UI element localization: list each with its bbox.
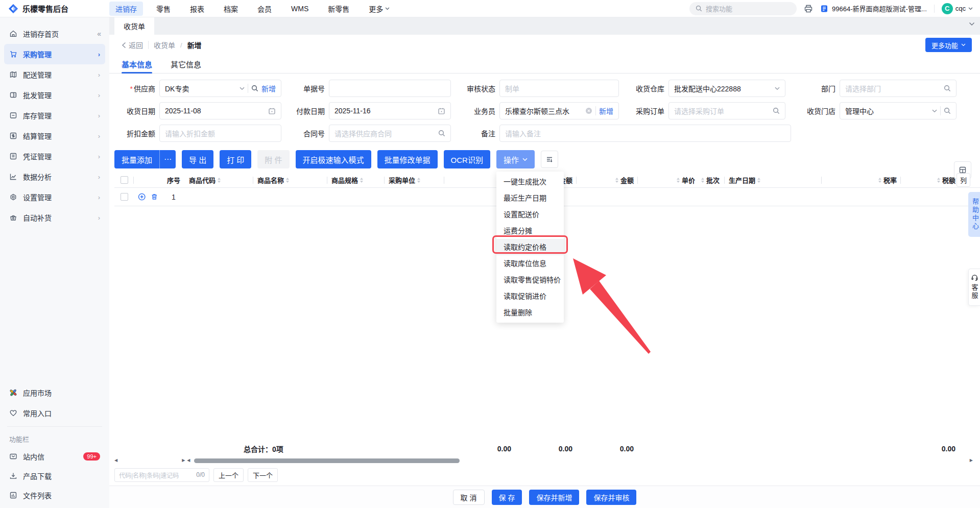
search-icon[interactable] — [773, 107, 780, 114]
top-menu-xinlingshou[interactable]: 新零售 — [322, 2, 355, 16]
menu-item-latest-prod-date[interactable]: 最近生产日期 — [496, 190, 564, 206]
calendar-icon[interactable] — [268, 107, 276, 115]
menu-item-batch-delete[interactable]: 批量删除 — [496, 304, 564, 321]
printer-icon[interactable] — [804, 4, 813, 13]
save-and-new-button[interactable]: 保存并新增 — [529, 490, 579, 505]
search-icon[interactable] — [251, 85, 258, 92]
search-icon[interactable] — [944, 85, 951, 92]
search-icon[interactable] — [438, 130, 445, 137]
batch-add-button[interactable]: 批量添加 ⋯ — [114, 150, 176, 168]
add-row-icon[interactable] — [138, 192, 146, 201]
top-menu-more[interactable]: 更多 — [363, 2, 396, 16]
contract-select[interactable]: 请选择供应商合同 — [329, 125, 451, 142]
sort-settings-button[interactable] — [541, 151, 558, 168]
save-and-audit-button[interactable]: 保存并审核 — [586, 490, 636, 505]
column-settings-tab[interactable]: 列 — [957, 173, 970, 187]
batch-add-more-button[interactable]: ⋯ — [159, 150, 176, 168]
org-switcher[interactable]: 99664-新界面商超版测试-管理... — [820, 4, 927, 13]
breadcrumb-parent[interactable]: 收货单 — [154, 40, 175, 50]
salesman-add-link[interactable]: 新增 — [599, 106, 613, 116]
page-tab-receipt[interactable]: 收货单 — [114, 17, 154, 35]
sort-icon[interactable] — [417, 178, 420, 183]
top-menu-huiyuan[interactable]: 会员 — [251, 2, 278, 16]
scrollbar-track[interactable] — [192, 458, 967, 463]
sidebar-item-files[interactable]: 文件列表 — [4, 486, 105, 505]
row-checkbox[interactable] — [121, 193, 128, 201]
sidebar-item-replenish[interactable]: 自动补货 › — [4, 207, 105, 228]
calendar-icon[interactable] — [438, 107, 445, 115]
tab-other-info[interactable]: 其它信息 — [171, 55, 201, 73]
sort-icon[interactable] — [218, 178, 221, 183]
col-header-tax-amount[interactable]: 税额 — [901, 173, 960, 187]
menu-item-read-agreed-price[interactable]: 读取约定价格 — [496, 239, 564, 255]
next-record-button[interactable]: 下一个 — [248, 468, 278, 482]
salesman-select[interactable]: 乐檬查尔斯顿三点水 新增 — [499, 102, 619, 119]
menu-item-read-bin-info[interactable]: 读取库位信息 — [496, 255, 564, 272]
supplier-select[interactable]: DK专卖 新增 — [159, 80, 281, 97]
top-menu-jinxiaocun[interactable]: 进销存 — [109, 2, 143, 16]
prev-record-button[interactable]: 上一个 — [213, 468, 244, 482]
speed-mode-button[interactable]: 开启极速输入模式 — [296, 150, 371, 168]
scroll-left-icon[interactable]: ◀ — [187, 458, 190, 463]
scrollbar-thumb[interactable] — [194, 458, 460, 463]
sidebar-collapse-icon[interactable]: « — [97, 30, 100, 38]
po-select[interactable]: 请选择采购订单 — [668, 102, 785, 119]
sidebar-item-messages[interactable]: 站内信 99+ — [4, 447, 105, 466]
sidebar-item-inventory[interactable]: 库存管理 › — [4, 105, 105, 126]
sidebar-item-settings[interactable]: 设置管理 › — [4, 187, 105, 207]
dept-select[interactable]: 请选择部门 — [840, 80, 957, 97]
scroll-right-icon[interactable]: ▶ — [182, 458, 185, 463]
supplier-add-link[interactable]: 新增 — [261, 83, 276, 93]
store-select[interactable]: 管理中心 — [840, 102, 957, 119]
sidebar-item-favorites[interactable]: 常用入口 — [4, 403, 105, 423]
sort-icon[interactable] — [360, 178, 363, 183]
global-search-input[interactable]: 搜索功能 — [689, 2, 797, 15]
menu-item-read-promo-cost[interactable]: 读取促销进价 — [496, 288, 564, 304]
sidebar-item-wholesale[interactable]: 批发管理 › — [4, 85, 105, 105]
sort-icon[interactable] — [937, 178, 940, 183]
top-menu-wms[interactable]: WMS — [285, 3, 315, 15]
sort-icon[interactable] — [757, 178, 760, 183]
sidebar-item-home[interactable]: 进销存首页 « — [4, 23, 105, 44]
top-menu-dangan[interactable]: 档案 — [218, 2, 244, 16]
delete-row-icon[interactable] — [151, 192, 158, 201]
warehouse-select[interactable]: 批发配送中心222888 — [668, 80, 785, 97]
col-header-product-code[interactable]: 商品代码 — [185, 173, 253, 187]
sort-icon[interactable] — [615, 178, 618, 183]
sidebar-item-settlement[interactable]: 结算管理 › — [4, 126, 105, 146]
sort-icon[interactable] — [878, 178, 881, 183]
cancel-button[interactable]: 取 消 — [453, 490, 485, 505]
export-button[interactable]: 导 出 — [182, 150, 213, 168]
col-header-price[interactable]: 单价 — [638, 173, 699, 187]
scroll-right-icon[interactable]: ▶ — [970, 458, 973, 463]
sort-icon[interactable] — [286, 178, 289, 183]
select-all-checkbox[interactable] — [121, 176, 128, 184]
top-menu-baobiao[interactable]: 报表 — [184, 2, 210, 16]
operate-button[interactable]: 操作 — [496, 150, 535, 168]
search-icon[interactable] — [944, 107, 951, 114]
sort-icon[interactable] — [677, 178, 680, 183]
back-button[interactable]: 返回 — [122, 40, 143, 50]
print-button[interactable]: 打 印 — [220, 150, 251, 168]
scroll-left-icon[interactable]: ◀ — [114, 458, 117, 463]
more-functions-button[interactable]: 更多功能 — [925, 38, 972, 52]
sidebar-item-downloads[interactable]: 产品下载 — [4, 466, 105, 486]
col-header-product-name[interactable]: 商品名称 — [253, 173, 327, 187]
ocr-button[interactable]: OCR识别 — [444, 150, 490, 168]
tab-basic-info[interactable]: 基本信息 — [122, 55, 152, 73]
customer-service-tab[interactable]: 客服 — [968, 269, 980, 306]
save-button[interactable]: 保 存 — [492, 490, 522, 505]
col-header-prod-date[interactable]: 生产日期 — [725, 173, 822, 187]
col-header-batch[interactable]: 批次 — [699, 173, 725, 187]
pay-date-input[interactable]: 2025-11-16 — [329, 102, 451, 119]
col-header-tax-rate[interactable]: 税率 — [822, 173, 901, 187]
remark-input[interactable]: 请输入备注 — [499, 125, 791, 142]
sidebar-item-delivery[interactable]: 配送管理 › — [4, 64, 105, 85]
record-search-input[interactable]: 代码|名称|条码|速记码 0/0 — [114, 468, 209, 482]
col-header-spec[interactable]: 商品规格 — [327, 173, 385, 187]
col-header-purchase-unit[interactable]: 采购单位 — [385, 173, 444, 187]
sidebar-item-analytics[interactable]: 数据分析 › — [4, 166, 105, 187]
help-center-tab[interactable]: 帮助中心 — [968, 192, 980, 237]
receive-date-input[interactable]: 2025-11-08 — [159, 102, 281, 119]
tabstrip-chevron-icon[interactable] — [969, 22, 975, 26]
